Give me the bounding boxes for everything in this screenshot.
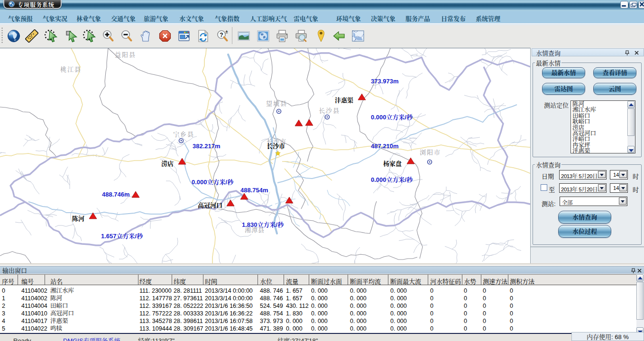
svg-text:±: ± xyxy=(226,29,228,34)
svg-text:?: ? xyxy=(220,32,223,38)
